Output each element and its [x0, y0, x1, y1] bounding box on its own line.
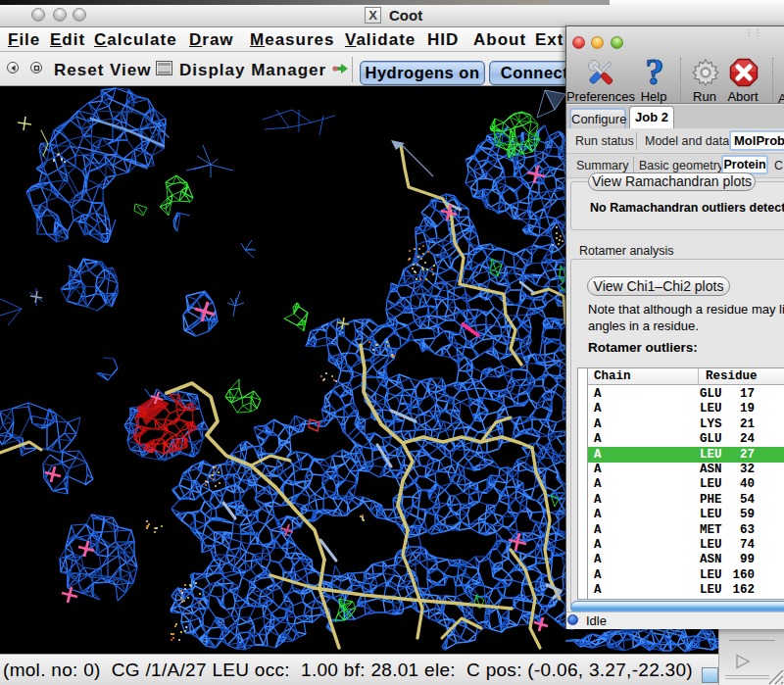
- svg-text:?: ?: [646, 57, 664, 89]
